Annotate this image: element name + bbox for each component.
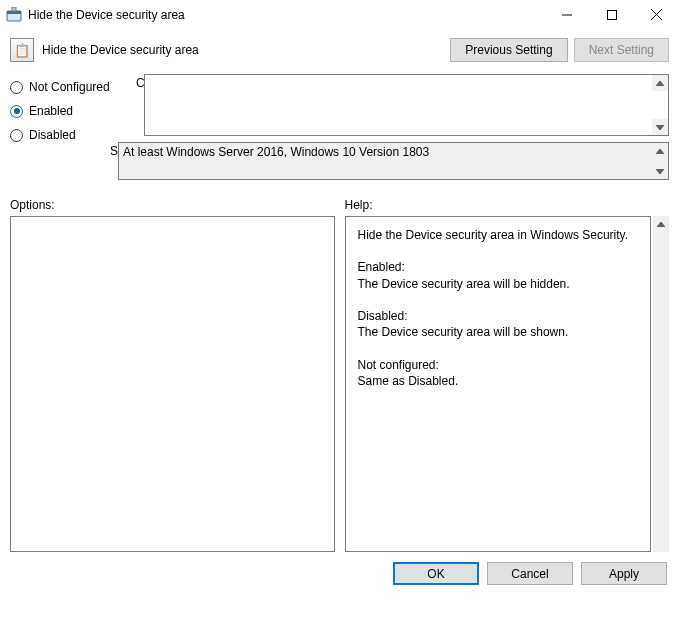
scroll-up-icon[interactable] [652, 75, 668, 91]
options-panel [10, 216, 335, 552]
radio-label: Enabled [29, 104, 73, 118]
help-text: Hide the Device security area in Windows… [358, 227, 639, 389]
radio-icon [10, 81, 23, 94]
radio-icon [10, 129, 23, 142]
help-label: Help: [345, 198, 670, 212]
window-title: Hide the Device security area [28, 8, 544, 22]
ok-button[interactable]: OK [393, 562, 479, 585]
supported-on-text [119, 143, 668, 179]
close-button[interactable] [634, 0, 679, 29]
dialog-buttons: OK Cancel Apply [0, 552, 679, 595]
policy-icon: 📋 [10, 38, 34, 62]
svg-marker-11 [657, 222, 665, 227]
svg-marker-10 [656, 169, 664, 174]
previous-setting-button[interactable]: Previous Setting [450, 38, 567, 62]
comment-field[interactable] [144, 74, 669, 136]
svg-marker-7 [656, 81, 664, 86]
svg-rect-2 [12, 7, 16, 11]
apply-button[interactable]: Apply [581, 562, 667, 585]
help-panel: Hide the Device security area in Windows… [345, 216, 652, 552]
window-titlebar: Hide the Device security area [0, 0, 679, 30]
options-label: Options: [10, 198, 335, 212]
radio-label: Not Configured [29, 80, 110, 94]
scroll-up-icon[interactable] [652, 143, 668, 159]
radio-label: Disabled [29, 128, 76, 142]
maximize-button[interactable] [589, 0, 634, 29]
policy-header: 📋 Hide the Device security area Previous… [0, 30, 679, 70]
policy-name: Hide the Device security area [42, 43, 450, 57]
comment-textarea[interactable] [145, 75, 668, 135]
radio-icon [10, 105, 23, 118]
svg-marker-8 [656, 125, 664, 130]
scroll-down-icon[interactable] [652, 163, 668, 179]
help-scrollbar[interactable] [653, 216, 669, 552]
scroll-down-icon[interactable] [652, 119, 668, 135]
svg-marker-9 [656, 149, 664, 154]
supported-on-field [118, 142, 669, 180]
next-setting-button[interactable]: Next Setting [574, 38, 669, 62]
scroll-up-icon[interactable] [653, 216, 669, 232]
minimize-button[interactable] [544, 0, 589, 29]
app-icon [6, 7, 22, 23]
svg-rect-4 [607, 10, 616, 19]
cancel-button[interactable]: Cancel [487, 562, 573, 585]
